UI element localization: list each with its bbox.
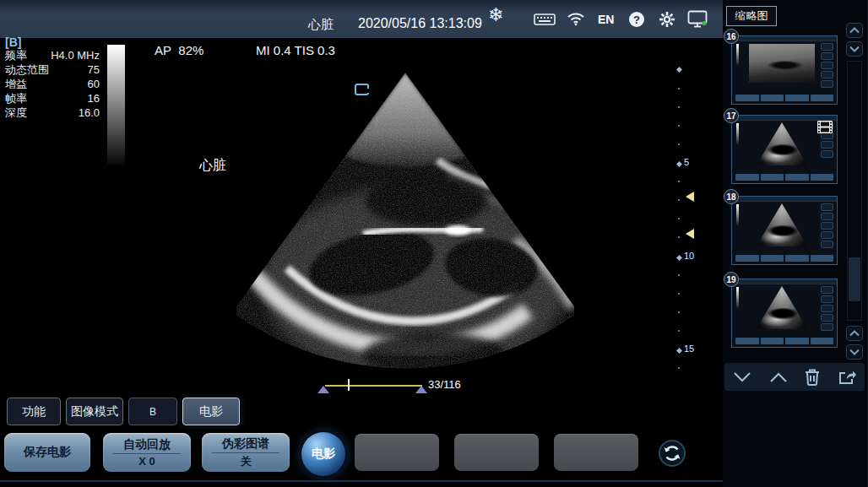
- param-label: 动态范围: [5, 62, 49, 77]
- page-up-icon[interactable]: [769, 371, 788, 383]
- thumbnail-number: 19: [724, 272, 739, 287]
- cine-frame-cursor[interactable]: [348, 379, 350, 391]
- exam-type-label: 心脏: [308, 17, 334, 33]
- pseudo-color-map-button[interactable]: 伪彩图谱 关: [202, 433, 290, 472]
- param-value: H4.0 MHz: [51, 48, 100, 62]
- freeze-snowflake-icon[interactable]: ❄: [488, 4, 503, 26]
- acoustic-power-readout: AP 82%: [155, 43, 203, 57]
- ultrasound-image[interactable]: [236, 59, 574, 378]
- auto-playback-button[interactable]: 自动回放 X 0: [103, 433, 191, 472]
- ap-value: 82%: [178, 43, 203, 57]
- cine-frame-counter: 33/116: [428, 378, 461, 391]
- thumbnail-item-17[interactable]: [731, 115, 838, 184]
- grayscale-map-bar: [107, 45, 125, 165]
- empty-soft-button[interactable]: [355, 434, 439, 471]
- cine-scrub-end-handle[interactable]: [415, 386, 427, 393]
- param-row-frequency: 频率 H4.0 MHz: [5, 48, 100, 62]
- depth-ruler: 5 10 15: [672, 62, 709, 383]
- thumbnail-scroll-up-button[interactable]: [846, 23, 863, 38]
- save-cine-button[interactable]: 保存电影: [4, 433, 90, 472]
- soft-button-label: 保存电影: [24, 445, 71, 460]
- ruler-tick-10: [676, 255, 682, 261]
- language-button[interactable]: EN: [598, 13, 614, 26]
- focus-marker-icon[interactable]: [686, 229, 694, 239]
- param-row-dynamic-range: 动态范围 75: [5, 62, 100, 77]
- param-label: 帧率: [5, 91, 27, 106]
- cine-scrub-start-handle[interactable]: [317, 386, 329, 393]
- focus-marker-icon[interactable]: [686, 192, 694, 202]
- export-share-icon[interactable]: [838, 370, 856, 385]
- delete-trash-icon[interactable]: [805, 369, 820, 386]
- tab-b-mode[interactable]: B: [128, 398, 177, 425]
- refresh-icon[interactable]: [658, 439, 686, 468]
- param-value: 16: [88, 91, 100, 106]
- wifi-icon[interactable]: [567, 12, 585, 26]
- page-down-icon[interactable]: [733, 371, 751, 383]
- tab-label: 功能: [22, 404, 46, 419]
- thumbnail-scrollbar-thumb[interactable]: [849, 257, 860, 301]
- ultrasound-app: 心脏 2020/05/16 13:13:09 ❄ EN ?: [0, 0, 868, 487]
- cine-knob-button[interactable]: 电影: [301, 432, 345, 476]
- tab-label: B: [149, 406, 156, 418]
- thumbnail-image: [754, 203, 810, 248]
- mi-tis-readout: MI 0.4 TIS 0.3: [256, 43, 335, 57]
- tab-label: 电影: [199, 404, 223, 419]
- thumbnail-panel: 缩略图 16 17 18: [723, 0, 868, 487]
- param-label: 深度: [5, 106, 27, 120]
- thumbnail-scroll-down-small-button[interactable]: [846, 344, 863, 360]
- thumbnail-panel-title-text: 缩略图: [735, 8, 768, 24]
- keyboard-icon[interactable]: [534, 14, 556, 25]
- param-row-frame-rate: 帧率 16: [5, 91, 100, 106]
- settings-gear-icon[interactable]: [659, 11, 675, 28]
- ruler-label-10: 10: [684, 251, 694, 261]
- tab-label: 图像模式: [71, 404, 118, 419]
- soft-button-label: 自动回放: [113, 437, 181, 454]
- param-value: 16.0: [79, 106, 100, 120]
- display-icon[interactable]: [687, 10, 708, 28]
- image-parameter-list: 频率 H4.0 MHz 动态范围 75 增益 60 帧率 16 深度 16.0: [5, 48, 100, 120]
- datetime-label: 2020/05/16 13:13:09: [358, 16, 482, 31]
- tab-image-mode[interactable]: 图像模式: [66, 398, 123, 425]
- param-row-depth: 深度 16.0: [5, 106, 100, 120]
- ruler-tick-15: [676, 348, 682, 354]
- soft-button-label: 伪彩图谱: [212, 436, 279, 453]
- thumbnail-action-bar: [724, 363, 865, 391]
- imaging-mode-label: [B]: [5, 35, 21, 49]
- thumbnail-scrollbar-track[interactable]: [847, 61, 862, 321]
- cine-scrubber-track[interactable]: [325, 385, 422, 387]
- param-label: 频率: [5, 48, 27, 62]
- top-status-bar: 心脏 2020/05/16 13:13:09 ❄ EN ?: [0, 0, 723, 38]
- help-icon[interactable]: ?: [629, 12, 644, 27]
- ruler-tick-5: [676, 161, 682, 167]
- thumbnail-panel-title: 缩略图: [726, 6, 777, 26]
- cine-knob-label: 电影: [312, 446, 335, 462]
- thumbnail-number: 18: [724, 189, 739, 204]
- empty-soft-button[interactable]: [554, 434, 638, 471]
- thumbnail-image: [754, 122, 810, 167]
- soft-button-value: 关: [241, 454, 252, 469]
- thumbnail-scroll-down-button[interactable]: [846, 41, 863, 57]
- param-row-gain: 增益 60: [5, 77, 100, 91]
- ruler-label-15: 15: [684, 344, 694, 354]
- thumbnail-number: 16: [724, 29, 739, 44]
- soft-button-value: X 0: [138, 455, 155, 468]
- ruler-label-5: 5: [684, 157, 689, 167]
- tab-cine[interactable]: 电影: [182, 398, 240, 425]
- thumbnail-item-19[interactable]: [731, 279, 838, 348]
- param-value: 75: [88, 62, 100, 77]
- empty-soft-button[interactable]: [454, 434, 539, 471]
- thumbnail-image: [749, 44, 815, 83]
- param-label: 增益: [5, 77, 27, 91]
- cine-film-badge-icon: [817, 121, 833, 133]
- tab-function[interactable]: 功能: [7, 398, 61, 425]
- thumbnail-item-16[interactable]: [731, 35, 838, 105]
- thumbnail-number: 17: [724, 108, 739, 123]
- thumbnail-scroll-up-small-button[interactable]: [846, 326, 863, 341]
- thumbnail-item-18[interactable]: [731, 196, 838, 265]
- exam-annotation: 心脏: [199, 157, 226, 175]
- ap-label: AP: [155, 43, 171, 57]
- ruler-tick-0: [676, 67, 682, 73]
- param-value: 60: [88, 77, 100, 91]
- thumbnail-image: [754, 285, 810, 331]
- help-glyph: ?: [633, 14, 640, 26]
